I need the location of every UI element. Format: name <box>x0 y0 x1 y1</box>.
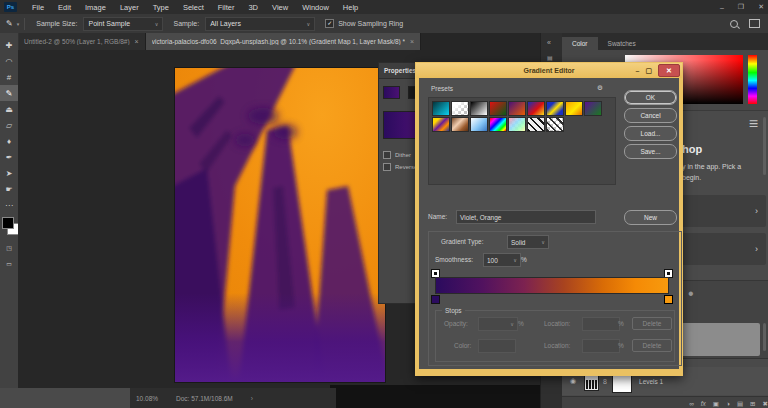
search-icon[interactable] <box>730 20 738 28</box>
collapsed-panel-icon[interactable]: ▤ <box>541 46 563 61</box>
dialog-minimize-icon[interactable]: – <box>635 67 639 74</box>
dialog-maximize-icon[interactable]: ▢ <box>645 67 652 75</box>
screen-mode-icon[interactable]: ▭ <box>0 255 18 271</box>
menu-window[interactable]: Window <box>295 3 336 12</box>
new-button[interactable]: New <box>624 210 677 225</box>
pen-tool-icon[interactable]: ✒ <box>0 149 18 165</box>
mask-link-icon[interactable]: 8 <box>603 378 607 385</box>
new-layer-icon[interactable]: ⊞ <box>750 400 755 408</box>
eyedropper-tool-icon[interactable]: ✎ <box>6 19 13 28</box>
color-panel-tabs: Color Swatches <box>562 33 768 50</box>
menu-layer[interactable]: Layer <box>113 3 146 12</box>
new-group-icon[interactable]: ▤ <box>737 400 743 408</box>
dither-checkbox[interactable] <box>383 151 391 159</box>
preset-blue-yellow-blue[interactable] <box>546 101 564 116</box>
collapse-panels-icon[interactable]: « <box>541 33 563 46</box>
foreground-color-swatch[interactable] <box>2 217 14 229</box>
window-close-icon[interactable]: ✕ <box>758 3 764 11</box>
add-layer-mask-icon[interactable]: ▣ <box>713 400 719 408</box>
menu-help[interactable]: Help <box>336 3 365 12</box>
window-minimize-icon[interactable]: – <box>720 4 724 11</box>
window-restore-icon[interactable]: ❐ <box>738 3 744 11</box>
preset-pastel-transparent[interactable] <box>508 117 526 132</box>
panel-menu-icon[interactable]: ≡ <box>749 115 758 133</box>
smoothness-value: 100 <box>487 257 498 264</box>
sample-dropdown[interactable]: All Layers ∨ <box>205 17 315 31</box>
edit-toolbar-icon[interactable]: ⋯ <box>0 197 18 213</box>
dialog-close-icon[interactable]: ✕ <box>658 64 680 77</box>
tab-untitled-2[interactable]: Untitled-2 @ 50% (Layer 1, RGB/8#) × <box>18 33 146 50</box>
preset-fg-to-transparent[interactable] <box>451 101 469 116</box>
menu-3d[interactable]: 3D <box>241 3 265 12</box>
crop-tool-icon[interactable]: # <box>0 69 18 85</box>
preset-copper[interactable] <box>451 117 469 132</box>
layer-name[interactable]: Levels 1 <box>639 378 663 385</box>
status-chevron-icon[interactable]: › <box>251 395 253 402</box>
clone-stamp-tool-icon[interactable]: ⏏ <box>0 101 18 117</box>
menu-select[interactable]: Select <box>176 3 211 12</box>
dialog-title-bar[interactable]: Gradient Editor – ▢ ✕ <box>416 63 682 78</box>
preset-transparent-stripes[interactable] <box>546 117 564 132</box>
load-button[interactable]: Load... <box>624 126 677 141</box>
zoom-level[interactable]: 10.08% <box>136 395 158 402</box>
blur-tool-icon[interactable]: ♦ <box>0 133 18 149</box>
layer-visibility-eye-icon[interactable]: ◉ <box>570 377 576 385</box>
preset-blue-red-yellow[interactable] <box>527 101 545 116</box>
gradient-type-dropdown[interactable]: Solid ∨ <box>507 235 549 249</box>
quick-mask-icon[interactable]: ◳ <box>0 239 18 255</box>
workspace-icon[interactable] <box>749 19 760 28</box>
sample-size-dropdown[interactable]: Point Sample ∨ <box>83 17 163 31</box>
scrollbar[interactable] <box>763 323 766 351</box>
preset-black-white[interactable] <box>470 101 488 116</box>
lasso-tool-icon[interactable]: ◠ <box>0 53 18 69</box>
link-layers-icon[interactable]: ∞ <box>689 400 694 407</box>
menu-edit[interactable]: Edit <box>51 3 78 12</box>
menu-type[interactable]: Type <box>146 3 176 12</box>
tab-victoria-palacios[interactable]: victoria-palacios-dfo06_DqxpA-unsplash.j… <box>146 33 421 50</box>
tab-color[interactable]: Color <box>562 37 598 50</box>
preset-violet-orange[interactable] <box>508 101 526 116</box>
color-stop-violet[interactable] <box>431 295 440 304</box>
preset-orange-yellow-orange[interactable] <box>565 101 583 116</box>
preset-red-green[interactable] <box>489 101 507 116</box>
scrollbar[interactable] <box>763 117 766 175</box>
tool-preset-caret-icon[interactable]: ▾ <box>17 21 20 27</box>
delete-layer-icon[interactable]: ✖ <box>763 400 768 408</box>
hue-slider[interactable] <box>748 55 757 104</box>
preset-black-cyan[interactable] <box>432 101 450 116</box>
sampling-ring-checkbox[interactable]: ✓ <box>325 19 334 28</box>
preset-white-blue[interactable] <box>470 117 488 132</box>
presets-gear-icon[interactable]: ⚙ <box>597 84 603 92</box>
adjustment-layer-icon[interactable]: ◑ <box>726 400 730 407</box>
layer-effects-icon[interactable]: fx <box>701 400 706 407</box>
menu-file[interactable]: File <box>25 3 51 12</box>
eyedropper-tool-icon[interactable]: ✎ <box>0 85 18 101</box>
gradient-map-icon[interactable] <box>383 86 400 99</box>
cancel-button[interactable]: Cancel <box>624 108 677 123</box>
close-tab-icon[interactable]: × <box>410 38 414 45</box>
preset-violet-green[interactable] <box>584 101 602 116</box>
path-select-tool-icon[interactable]: ➤ <box>0 165 18 181</box>
menu-image[interactable]: Image <box>78 3 113 12</box>
gradient-name-input[interactable]: Violet, Orange <box>456 210 596 224</box>
menu-filter[interactable]: Filter <box>211 3 242 12</box>
smoothness-input[interactable]: 100 ∨ <box>483 253 521 267</box>
save-button[interactable]: Save... <box>624 144 677 159</box>
tab-swatches[interactable]: Swatches <box>598 37 646 50</box>
close-tab-icon[interactable]: × <box>135 38 139 45</box>
reverse-checkbox[interactable] <box>383 163 391 171</box>
preset-spectrum[interactable] <box>489 117 507 132</box>
preset-yellow-violet-orange[interactable] <box>432 117 450 132</box>
gradient-preview-fill[interactable] <box>436 278 668 293</box>
menu-view[interactable]: View <box>265 3 295 12</box>
document-image[interactable] <box>175 68 385 382</box>
move-tool-icon[interactable]: ✚ <box>0 37 18 53</box>
chevron-down-icon: ∨ <box>513 257 517 263</box>
gradient-fill-swatch[interactable] <box>383 111 418 139</box>
eraser-tool-icon[interactable]: ▱ <box>0 117 18 133</box>
location-input <box>582 339 620 353</box>
hand-tool-icon[interactable]: ☛ <box>0 181 18 197</box>
preset-bw-stripes[interactable] <box>527 117 545 132</box>
ok-button[interactable]: OK <box>624 90 677 105</box>
color-stop-orange-selected[interactable] <box>664 295 673 304</box>
